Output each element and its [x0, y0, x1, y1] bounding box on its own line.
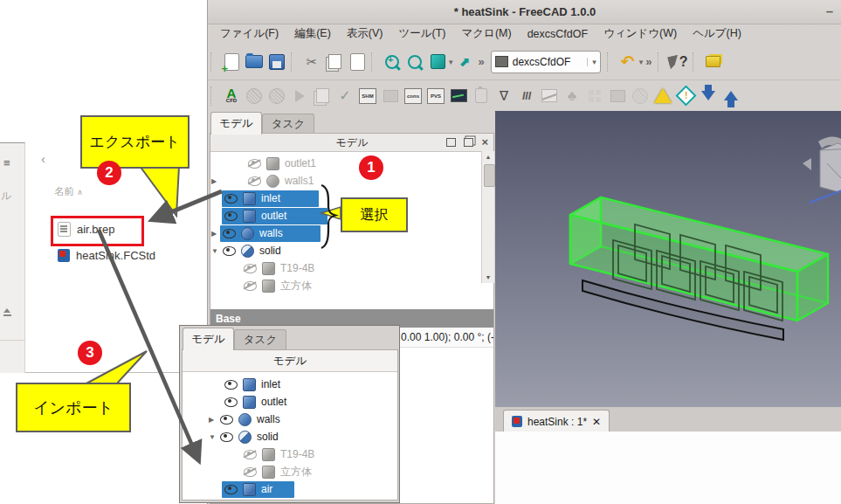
- copy-button[interactable]: [323, 51, 346, 73]
- menu-view[interactable]: 表示(V): [340, 24, 390, 43]
- 3d-viewport[interactable]: [495, 111, 841, 407]
- mesh-netgen-icon[interactable]: [243, 85, 265, 107]
- tree-item-label[interactable]: 立方体: [280, 465, 312, 480]
- cfmesh-icon[interactable]: [629, 85, 651, 107]
- tree-scrollbar[interactable]: ▲ ▼: [481, 151, 494, 283]
- tree-row-walls1[interactable]: ▶ walls1: [211, 172, 321, 190]
- visibility-eye-icon[interactable]: [224, 380, 238, 390]
- expander-icon[interactable]: ▶: [211, 177, 220, 185]
- menu-edit[interactable]: 編集(E): [287, 24, 338, 43]
- undo-button[interactable]: ↶: [617, 51, 639, 73]
- column-header-name[interactable]: 名前 ∧: [54, 185, 83, 198]
- paraview-icon[interactable]: PVS: [424, 85, 447, 107]
- tree-item-label[interactable]: walls1: [285, 175, 314, 187]
- tree-row-solid[interactable]: ▼ solid: [211, 242, 288, 259]
- part-workbench-icon[interactable]: [702, 51, 725, 73]
- tree-item-label[interactable]: outlet1: [285, 157, 316, 169]
- table-icon[interactable]: [379, 85, 402, 107]
- visibility-eye-icon[interactable]: [244, 450, 257, 459]
- menu-file[interactable]: ファイル(F): [213, 24, 286, 43]
- tree-icon[interactable]: ♣: [561, 85, 583, 107]
- scrollbar-thumb[interactable]: [484, 164, 495, 187]
- tree-item-label[interactable]: T19-4B: [280, 262, 314, 274]
- file-name[interactable]: heatSink.FCStd: [76, 249, 155, 262]
- constant-folder-icon[interactable]: cons: [402, 85, 424, 107]
- tree-item-label[interactable]: walls: [259, 227, 283, 239]
- download-arrow-icon[interactable]: [697, 85, 720, 107]
- tree-item-label[interactable]: 立方体: [280, 279, 312, 293]
- clipboard-icon[interactable]: [470, 85, 493, 107]
- tree-row-t19-4b[interactable]: T19-4B: [241, 259, 321, 277]
- expander-icon[interactable]: ▼: [211, 247, 220, 255]
- run-solver-icon[interactable]: [288, 85, 311, 107]
- tree-item-label[interactable]: air: [261, 483, 272, 495]
- visibility-eye-icon[interactable]: [224, 397, 238, 407]
- tab-task[interactable]: タスク: [262, 114, 314, 135]
- visibility-eye-icon[interactable]: [224, 194, 238, 204]
- visibility-eye-icon[interactable]: [224, 485, 238, 494]
- tree-item-label[interactable]: walls: [257, 413, 280, 425]
- visibility-eye-icon[interactable]: [223, 246, 236, 256]
- visibility-eye-icon[interactable]: [220, 432, 233, 442]
- file-row-heatsink-fcstd[interactable]: heatSink.FCStd: [58, 249, 155, 262]
- check-setup-icon[interactable]: ✓: [334, 85, 356, 107]
- mdi-tab-label[interactable]: heatSink : 1*: [527, 416, 587, 428]
- tree-row-t19-4b[interactable]: T19-4B: [241, 445, 321, 463]
- panel-title-bar[interactable]: モデル ×: [210, 134, 493, 152]
- snappyhexmesh-icon[interactable]: SHM: [356, 85, 379, 107]
- tree-row-solid[interactable]: ▼ solid: [209, 428, 286, 445]
- visibility-eye-icon[interactable]: [244, 264, 257, 273]
- close-panel-icon[interactable]: ×: [481, 136, 488, 148]
- back-chevron-icon[interactable]: ‹: [41, 151, 45, 166]
- mdi-tab-close-icon[interactable]: ✕: [592, 416, 601, 428]
- sync-view-button[interactable]: ⬈: [453, 51, 476, 73]
- menu-help[interactable]: ヘルプ(H): [686, 24, 748, 43]
- grid-squares-icon[interactable]: [583, 85, 606, 107]
- scroll-up-icon[interactable]: ▲: [482, 151, 494, 162]
- tree-item-label[interactable]: outlet: [261, 396, 286, 408]
- visibility-eye-icon[interactable]: [220, 415, 233, 425]
- minimize-button[interactable]: –: [821, 2, 838, 19]
- expander-icon[interactable]: ▶: [209, 416, 217, 424]
- visibility-eye-icon[interactable]: [244, 281, 257, 291]
- gradient-nabla-icon[interactable]: ∇: [493, 85, 515, 107]
- tab-model[interactable]: モデル: [210, 112, 262, 135]
- menu-macro[interactable]: マクロ(M): [455, 24, 519, 43]
- tree-row-walls[interactable]: ▶ walls: [211, 224, 321, 242]
- whats-this-button[interactable]: ?: [667, 51, 690, 73]
- isometric-view-button[interactable]: [426, 51, 449, 73]
- menu-tools[interactable]: ツール(T): [391, 24, 452, 43]
- mesh-gmsh-icon[interactable]: [265, 85, 288, 107]
- eject-icon[interactable]: [3, 308, 11, 316]
- undock-panel-icon[interactable]: [464, 138, 473, 147]
- parallel-lines-icon[interactable]: III: [515, 85, 538, 107]
- visibility-eye-icon[interactable]: [248, 176, 261, 186]
- tree-item-label[interactable]: solid: [259, 245, 281, 257]
- tree-item-label[interactable]: inlet: [261, 192, 280, 204]
- tree-row-outlet[interactable]: outlet: [222, 207, 327, 224]
- tree-row-inlet[interactable]: inlet: [222, 190, 319, 207]
- tree-row-outlet1[interactable]: outlet1: [245, 155, 323, 172]
- expander-icon[interactable]: ▼: [209, 433, 217, 441]
- tree-row-inlet[interactable]: inlet: [222, 376, 287, 393]
- toolbar-overflow-icon[interactable]: »: [476, 55, 487, 68]
- title-bar[interactable]: * heatSink - FreeCAD 1.0.0 –: [208, 0, 841, 24]
- tree-item-label[interactable]: outlet: [261, 210, 286, 222]
- mdi-tab-heatsink[interactable]: heatSink : 1* ✕: [503, 410, 610, 432]
- visibility-eye-icon[interactable]: [244, 467, 257, 477]
- tree-row-outlet[interactable]: outlet: [222, 393, 293, 411]
- menu-window[interactable]: ウィンドウ(W): [596, 24, 684, 43]
- tree-row-cube[interactable]: 立方体: [241, 277, 319, 294]
- overlay-tab-model[interactable]: モデル: [183, 328, 234, 350]
- warning-triangle-icon[interactable]: [651, 85, 674, 107]
- menu-dexcscfdof[interactable]: dexcsCfdOF: [520, 26, 595, 42]
- new-file-button[interactable]: [220, 51, 243, 73]
- open-file-button[interactable]: [243, 51, 265, 73]
- plot-icon[interactable]: [538, 85, 561, 107]
- duplicate-settings-icon[interactable]: [311, 85, 334, 107]
- visibility-eye-icon[interactable]: [248, 159, 261, 169]
- toolbar-overflow-icon[interactable]: »: [643, 55, 654, 68]
- cut-button[interactable]: ✂: [300, 51, 323, 73]
- paste-button[interactable]: [346, 51, 369, 73]
- data-table-icon[interactable]: [606, 85, 629, 107]
